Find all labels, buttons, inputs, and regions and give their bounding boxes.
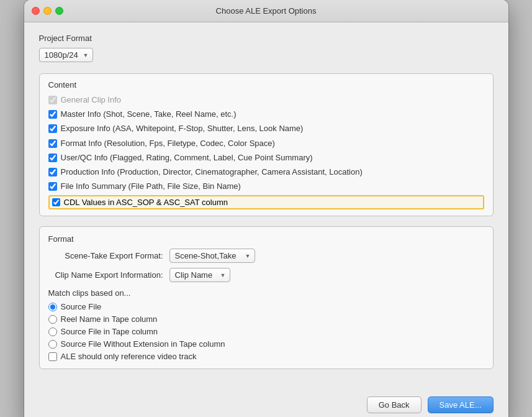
clip-name-label: Clip Name Export Information: [48, 270, 169, 280]
checkbox-userqc-row: User/QC Info (Flagged, Rating, Comment, … [48, 152, 484, 163]
checkbox-general[interactable] [48, 96, 57, 104]
checkbox-master-row: Master Info (Shot, Scene, Take, Reel Nam… [48, 109, 484, 120]
radio-noext-label: Source File Without Extension in Tape co… [61, 339, 225, 349]
project-format-label: Project Format [39, 34, 494, 43]
checkbox-cdl[interactable] [52, 198, 60, 206]
close-button[interactable] [32, 7, 40, 15]
save-ale-button[interactable]: Save ALE... [428, 396, 494, 413]
radio-source[interactable] [48, 303, 57, 311]
content-area: Project Format 1080p/24 1080p/25 1080p/3… [24, 22, 508, 392]
project-format-section: Project Format 1080p/24 1080p/25 1080p/3… [39, 34, 494, 62]
checkbox-production[interactable] [48, 168, 57, 176]
radio-source-label: Source File [61, 302, 102, 311]
content-section: Content General Clip Info Master Info (S… [39, 73, 494, 216]
radio-source-tape[interactable] [48, 328, 57, 336]
checkbox-master-label: Master Info (Shot, Scene, Take, Reel Nam… [61, 109, 237, 120]
bottom-buttons: Go Back Save ALE... [24, 392, 508, 417]
scene-take-row: Scene-Take Export Format: Scene-Shot,Tak… [48, 249, 484, 263]
checkbox-format-label: Format Info (Resolution, Fps, Filetype, … [61, 138, 275, 149]
checkbox-general-label: General Clip Info [61, 94, 122, 106]
checkbox-master[interactable] [48, 110, 57, 119]
checkbox-ale-video[interactable] [48, 352, 57, 361]
checkbox-production-row: Production Info (Production, Director, C… [48, 167, 484, 178]
window-title: Choose ALE Export Options [216, 6, 317, 16]
radio-source-row: Source File [48, 302, 484, 311]
minimize-button[interactable] [43, 7, 52, 15]
scene-take-label: Scene-Take Export Format: [48, 251, 169, 260]
checkbox-fileinfo[interactable] [48, 182, 57, 191]
format-section: Format Scene-Take Export Format: Scene-S… [39, 226, 494, 369]
checkbox-exposure-label: Exposure Info (ASA, Whitepoint, F-Stop, … [61, 123, 304, 134]
checkbox-userqc[interactable] [48, 154, 57, 162]
titlebar: Choose ALE Export Options [24, 0, 508, 22]
radio-noext-row: Source File Without Extension in Tape co… [48, 339, 484, 349]
go-back-button[interactable]: Go Back [367, 396, 422, 413]
scene-take-select-wrapper: Scene-Shot,Take Scene-Shot.Take Scene_Sh… [169, 249, 255, 263]
radio-reel[interactable] [48, 315, 57, 324]
clip-name-select-wrapper: Clip Name Source File Reel Name [169, 268, 230, 282]
checkbox-cdl-row: CDL Values in ASC_SOP & ASC_SAT column [48, 195, 484, 209]
clip-name-select[interactable]: Clip Name Source File Reel Name [169, 268, 230, 282]
radio-source-tape-row: Source File in Tape column [48, 327, 484, 336]
match-clips-section: Match clips based on... Source File Reel… [48, 288, 484, 361]
project-format-select-wrapper: 1080p/24 1080p/25 1080p/30 720p/24 720p/… [39, 48, 93, 62]
checkbox-fileinfo-row: File Info Summary (File Path, File Size,… [48, 181, 484, 192]
scene-take-select[interactable]: Scene-Shot,Take Scene-Shot.Take Scene_Sh… [169, 249, 255, 263]
clip-name-row: Clip Name Export Information: Clip Name … [48, 268, 484, 282]
ale-video-row: ALE should only reference video track [48, 352, 484, 361]
main-window: Choose ALE Export Options Project Format… [24, 0, 508, 417]
traffic-lights [32, 7, 63, 15]
radio-reel-label: Reel Name in Tape column [61, 314, 158, 324]
checkbox-exposure-row: Exposure Info (ASA, Whitepoint, F-Stop, … [48, 123, 484, 134]
checkbox-production-label: Production Info (Production, Director, C… [61, 167, 363, 178]
match-clips-label: Match clips based on... [48, 288, 484, 298]
radio-source-tape-label: Source File in Tape column [61, 327, 158, 336]
checkbox-format-row: Format Info (Resolution, Fps, Filetype, … [48, 138, 484, 149]
checkbox-userqc-label: User/QC Info (Flagged, Rating, Comment, … [61, 152, 313, 163]
project-format-select[interactable]: 1080p/24 1080p/25 1080p/30 720p/24 720p/… [39, 48, 93, 62]
checkbox-general-row: General Clip Info [48, 94, 484, 106]
checkbox-fileinfo-label: File Info Summary (File Path, File Size,… [61, 181, 241, 192]
format-label: Format [48, 234, 484, 244]
radio-noext[interactable] [48, 340, 57, 349]
checkbox-exposure[interactable] [48, 124, 57, 133]
maximize-button[interactable] [55, 7, 63, 15]
radio-reel-row: Reel Name in Tape column [48, 314, 484, 324]
content-label: Content [48, 80, 484, 89]
checkbox-cdl-label: CDL Values in ASC_SOP & ASC_SAT column [64, 198, 228, 207]
checkbox-format[interactable] [48, 139, 57, 148]
checkbox-ale-video-label: ALE should only reference video track [61, 352, 197, 361]
